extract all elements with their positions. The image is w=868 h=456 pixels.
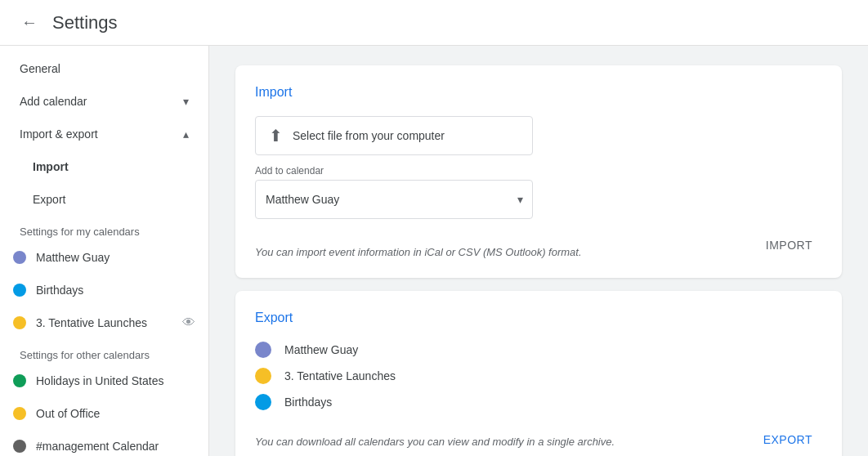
sidebar-item-matthew-guay[interactable]: Matthew Guay [0,241,208,274]
main-content: Import ⬆ Select file from your computer … [209,46,868,456]
export-calendar-name: Matthew Guay [284,343,358,356]
import-button[interactable]: IMPORT [756,232,822,258]
my-calendars-section-label: Settings for my calendars [0,216,208,241]
export-calendar-list: Matthew Guay 3. Tentative Launches Birth… [255,342,822,410]
import-card: Import ⬆ Select file from your computer … [235,65,842,278]
export-card-title: Export [255,311,822,325]
calendar-dot [13,407,26,420]
calendar-dot [13,284,26,297]
export-list-item: 3. Tentative Launches [255,368,822,384]
upload-icon: ⬆ [269,126,283,145]
export-card: Export Matthew Guay 3. Tentative Launche… [235,291,842,456]
calendar-name: 3. Tentative Launches [36,316,172,329]
import-note: You can import event information in iCal… [255,246,582,258]
page-title: Settings [52,12,118,34]
sidebar-item-birthdays[interactable]: Birthdays [0,274,208,306]
sidebar-item-out-of-office[interactable]: Out of Office [0,397,208,430]
calendar-dot [13,251,26,264]
calendar-select[interactable]: Matthew Guay Birthdays 3. Tentative Laun… [255,180,533,219]
calendar-select-wrapper: Matthew Guay Birthdays 3. Tentative Laun… [255,180,533,219]
back-button[interactable]: ← [13,7,46,39]
calendar-dot [13,374,26,387]
sidebar: General Add calendar ▾ Import & export ▴… [0,46,209,456]
other-calendars-section-label: Settings for other calendars [0,339,208,364]
export-note-row: You can download all calendars you can v… [255,427,822,453]
calendar-name: #management Calendar [36,440,195,453]
sidebar-item-import[interactable]: Import [0,150,208,183]
export-note: You can download all calendars you can v… [255,436,615,448]
back-icon: ← [21,13,38,32]
calendar-dot [255,368,271,384]
calendar-name: Holidays in United States [36,374,195,387]
calendar-dot [13,316,26,329]
export-calendar-name: Birthdays [284,396,332,409]
select-file-button[interactable]: ⬆ Select file from your computer [255,116,533,155]
chevron-down-icon: ▾ [183,95,189,108]
export-button[interactable]: EXPORT [754,427,822,453]
export-list-item: Birthdays [255,394,822,410]
calendar-name: Out of Office [36,407,195,420]
sidebar-item-holidays[interactable]: Holidays in United States [0,364,208,397]
sidebar-item-general[interactable]: General [0,52,208,85]
sidebar-item-add-calendar[interactable]: Add calendar ▾ [0,85,208,118]
export-list-item: Matthew Guay [255,342,822,358]
calendar-dot [13,440,26,453]
sidebar-item-export[interactable]: Export [0,183,208,216]
visibility-off-icon: 👁 [182,315,195,330]
sidebar-item-import-export[interactable]: Import & export ▴ [0,118,208,150]
calendar-dot [255,394,271,410]
add-to-calendar-container: Add to calendar Matthew Guay Birthdays 3… [255,165,533,219]
sidebar-item-tentative-launches[interactable]: 3. Tentative Launches 👁 [0,306,208,339]
calendar-name: Matthew Guay [36,251,195,264]
import-card-title: Import [255,85,822,100]
chevron-up-icon: ▴ [183,127,189,141]
add-to-calendar-label: Add to calendar [255,165,533,177]
select-file-label: Select file from your computer [293,129,445,142]
import-note-row: You can import event information in iCal… [255,232,822,258]
sidebar-item-management-calendar[interactable]: #management Calendar [0,430,208,456]
calendar-dot [255,342,271,358]
export-calendar-name: 3. Tentative Launches [284,369,396,382]
calendar-name: Birthdays [36,284,195,297]
